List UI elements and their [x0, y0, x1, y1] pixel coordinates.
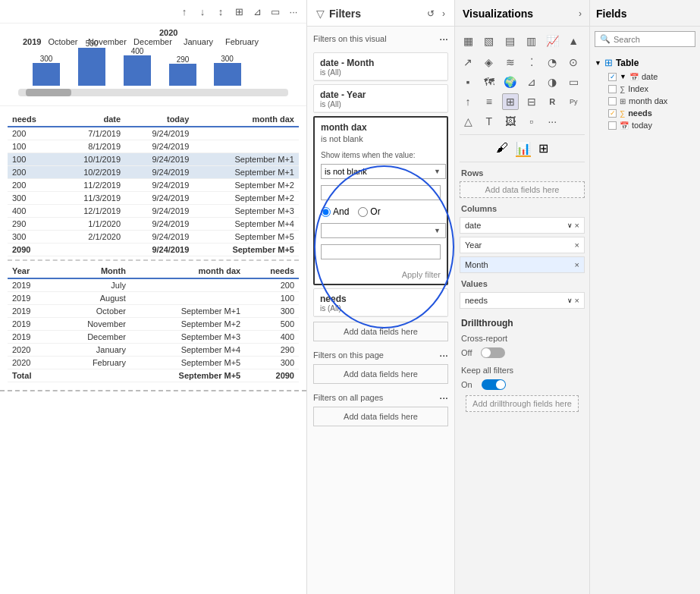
- filter-month-dax[interactable]: month dax is not blank Show items when t…: [313, 116, 448, 285]
- needs-checkbox[interactable]: [608, 109, 617, 118]
- slicer-icon[interactable]: ≡: [481, 93, 498, 110]
- date-expand-icon: ▼: [620, 73, 626, 80]
- stacked-col-icon[interactable]: ▤: [502, 33, 519, 49]
- python-icon[interactable]: Py: [565, 93, 582, 110]
- col-month-field[interactable]: Month ×: [460, 256, 585, 273]
- filter-month-dax-sub: is not blank: [315, 133, 447, 148]
- values-needs-remove[interactable]: ×: [575, 296, 579, 305]
- tree-child-date[interactable]: ▼ 📅 date: [595, 71, 695, 83]
- format-btn[interactable]: 🖌: [496, 141, 508, 157]
- add-visual-fields[interactable]: Add data fields here: [313, 322, 448, 341]
- waterfall-icon[interactable]: ≋: [502, 54, 519, 71]
- filter-icon[interactable]: ⊿: [250, 5, 264, 18]
- add-all-fields[interactable]: Add data fields here: [313, 407, 448, 426]
- col-date-field[interactable]: date ∨ ×: [460, 217, 585, 234]
- focus-icon[interactable]: ▭: [268, 5, 282, 18]
- monthdax-checkbox[interactable]: [608, 97, 617, 105]
- tree-child-monthdax[interactable]: ⊞ month dax: [595, 95, 695, 107]
- fields-tab-btn[interactable]: ⊞: [538, 141, 548, 157]
- add-page-fields-btn[interactable]: Add data fields here: [313, 364, 448, 384]
- filter-condition-select[interactable]: is not blank is blank is is not: [321, 164, 446, 179]
- radio-or[interactable]: [358, 207, 368, 217]
- filter-needs[interactable]: needs is (All): [313, 288, 448, 317]
- clustered-bar-icon[interactable]: ▧: [481, 33, 498, 49]
- line-clustered-icon[interactable]: ↗: [460, 54, 476, 71]
- filter-value-input1[interactable]: [321, 185, 441, 200]
- expand-icon[interactable]: ⊞: [232, 5, 246, 18]
- filter-condition2-select[interactable]: is not blank: [321, 223, 446, 238]
- search-box[interactable]: 🔍: [595, 31, 695, 47]
- col-date-chevron[interactable]: ∨: [567, 222, 573, 229]
- col2-year: Year: [8, 264, 54, 278]
- add-page-fields[interactable]: Add data fields here: [313, 364, 448, 384]
- page-filters-dots[interactable]: ···: [439, 349, 448, 361]
- more-visuals-icon[interactable]: ···: [544, 113, 560, 130]
- treemap-icon[interactable]: ▪: [460, 74, 476, 90]
- index-checkbox[interactable]: [608, 85, 617, 93]
- today-checkbox[interactable]: [608, 121, 617, 130]
- col-year-remove[interactable]: ×: [575, 240, 579, 250]
- gauge-icon[interactable]: ◑: [544, 74, 560, 90]
- col2-month: Month: [54, 264, 130, 278]
- tree-child-index[interactable]: ∑ Index: [595, 83, 695, 95]
- col-year-field[interactable]: Year ×: [460, 237, 585, 253]
- donut-icon[interactable]: ⊙: [565, 54, 582, 71]
- shape-icon[interactable]: △: [460, 113, 476, 130]
- scroll-thumb[interactable]: [26, 89, 71, 96]
- filters-sync-icon[interactable]: ↺: [427, 8, 435, 19]
- analytics-btn[interactable]: 📊: [516, 141, 531, 157]
- keep-filters-toggle[interactable]: [482, 379, 506, 390]
- stacked-bar-icon[interactable]: ▦: [460, 33, 476, 49]
- tree-child-needs[interactable]: ∑ needs: [595, 107, 695, 119]
- visual-filters-dots[interactable]: ···: [439, 33, 448, 45]
- pie-icon[interactable]: ◔: [544, 54, 560, 71]
- all-filters-dots[interactable]: ···: [439, 391, 448, 404]
- textbox-icon[interactable]: T: [481, 113, 498, 130]
- radio-or-label[interactable]: Or: [358, 206, 380, 217]
- line-icon[interactable]: 📈: [544, 33, 560, 49]
- search-input[interactable]: [614, 35, 690, 44]
- filter-show-label: Show items when the value:: [315, 148, 447, 161]
- tree-root-table[interactable]: ▼ ⊞ Table: [595, 55, 695, 71]
- tree-child-today[interactable]: 📅 today: [595, 119, 695, 131]
- card-icon[interactable]: ▭: [565, 74, 582, 90]
- ribbon-icon[interactable]: ◈: [481, 54, 498, 71]
- kpi-icon[interactable]: ↑: [460, 93, 476, 110]
- add-drillthrough-btn[interactable]: Add drillthrough fields here: [466, 395, 579, 412]
- cross-report-toggle[interactable]: [481, 347, 505, 358]
- funnel-icon[interactable]: ⊿: [523, 74, 540, 90]
- add-all-fields-btn[interactable]: Add data fields here: [313, 407, 448, 426]
- table-icon[interactable]: ⊞: [502, 93, 519, 110]
- radio-and-label[interactable]: And: [321, 206, 349, 217]
- area-icon[interactable]: ▲: [565, 33, 582, 49]
- rows-add-field[interactable]: Add data fields here: [460, 181, 585, 198]
- matrix-icon[interactable]: ⊟: [523, 93, 540, 110]
- r-visual-icon[interactable]: R: [544, 93, 560, 110]
- viz-expand-icon[interactable]: ›: [579, 8, 582, 19]
- apply-filter-button[interactable]: Apply filter: [402, 270, 441, 279]
- filled-map-icon[interactable]: 🌍: [502, 74, 519, 90]
- date-checkbox[interactable]: [608, 73, 617, 81]
- col-date-remove[interactable]: ×: [575, 221, 579, 230]
- values-needs-field[interactable]: needs ∨ ×: [460, 292, 585, 309]
- button-icon[interactable]: ▫: [523, 113, 540, 130]
- sort-both-icon[interactable]: ↕: [214, 5, 228, 18]
- today-label: today: [632, 121, 652, 130]
- sort-desc-icon[interactable]: ↓: [196, 5, 209, 18]
- add-visual-fields-btn[interactable]: Add data fields here: [313, 322, 448, 341]
- more-icon[interactable]: ···: [287, 5, 300, 18]
- radio-and[interactable]: [321, 207, 331, 217]
- map-icon[interactable]: 🗺: [481, 74, 498, 90]
- filters-expand-icon[interactable]: ›: [442, 8, 445, 19]
- scatter-icon[interactable]: ⁚: [523, 54, 540, 71]
- today-calendar-icon: 📅: [620, 121, 629, 130]
- clustered-col-icon[interactable]: ▥: [523, 33, 540, 49]
- col-month-remove[interactable]: ×: [575, 260, 579, 269]
- scroll-handle[interactable]: [18, 89, 288, 96]
- filter-date-month[interactable]: date - Month is (All): [313, 52, 448, 81]
- filter-value-input2[interactable]: [321, 244, 441, 259]
- filter-date-year[interactable]: date - Year is (All): [313, 84, 448, 113]
- values-needs-chevron[interactable]: ∨: [567, 297, 573, 304]
- image-icon[interactable]: 🖼: [502, 113, 519, 130]
- sort-asc-icon[interactable]: ↑: [177, 5, 191, 18]
